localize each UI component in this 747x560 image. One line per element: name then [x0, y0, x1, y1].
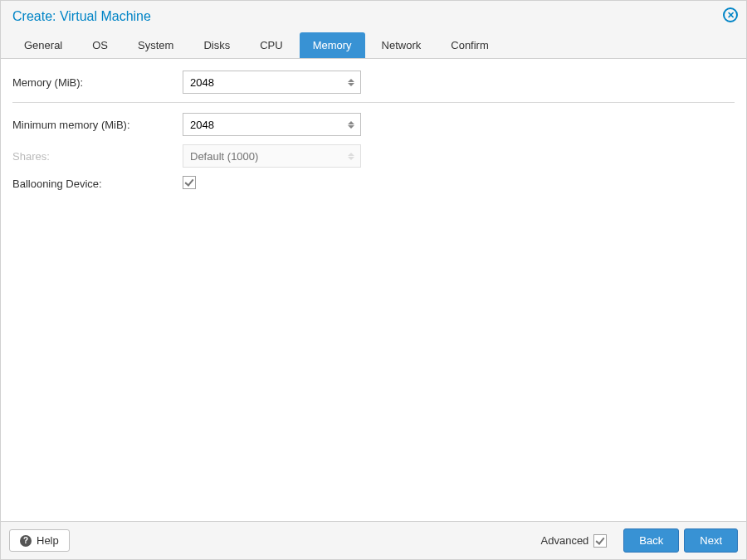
shares-input	[183, 145, 360, 167]
divider	[12, 102, 735, 103]
tab-confirm[interactable]: Confirm	[437, 32, 502, 58]
row-min-memory: Minimum memory (MiB):	[12, 113, 735, 136]
label-shares: Shares:	[12, 150, 183, 163]
tab-bar: General OS System Disks CPU Memory Netwo…	[1, 29, 746, 58]
help-button[interactable]: ? Help	[9, 529, 70, 552]
memory-spinner[interactable]	[345, 71, 357, 93]
chevron-up-icon[interactable]	[348, 121, 354, 124]
chevron-down-icon[interactable]	[348, 125, 354, 129]
label-ballooning: Ballooning Device:	[12, 178, 183, 190]
shares-spinner	[345, 145, 357, 167]
chevron-up-icon	[348, 153, 354, 156]
chevron-up-icon[interactable]	[348, 79, 354, 82]
advanced-toggle[interactable]: Advanced	[541, 534, 608, 548]
tab-os[interactable]: OS	[79, 32, 121, 58]
dialog-header: Create: Virtual Machine ✕ General OS Sys…	[1, 1, 746, 59]
label-memory: Memory (MiB):	[12, 76, 183, 89]
advanced-label: Advanced	[541, 534, 589, 547]
min-memory-spinner[interactable]	[345, 114, 357, 135]
row-memory: Memory (MiB):	[12, 71, 735, 94]
tab-memory[interactable]: Memory	[300, 32, 365, 58]
min-memory-input[interactable]	[183, 114, 360, 135]
memory-input-wrapper	[183, 71, 361, 94]
close-icon[interactable]: ✕	[723, 7, 738, 22]
row-ballooning: Ballooning Device:	[12, 176, 735, 192]
back-button[interactable]: Back	[623, 528, 679, 553]
tab-general[interactable]: General	[11, 32, 76, 58]
tab-network[interactable]: Network	[369, 32, 435, 58]
ballooning-checkbox[interactable]	[183, 176, 196, 189]
chevron-down-icon	[348, 157, 354, 160]
tab-disks[interactable]: Disks	[190, 32, 243, 58]
tab-cpu[interactable]: CPU	[247, 32, 295, 58]
shares-input-wrapper	[183, 144, 361, 168]
create-vm-dialog: Create: Virtual Machine ✕ General OS Sys…	[0, 0, 747, 560]
advanced-checkbox[interactable]	[593, 534, 607, 548]
row-shares: Shares:	[12, 144, 735, 168]
memory-input[interactable]	[183, 71, 360, 93]
help-button-label: Help	[37, 534, 59, 547]
min-memory-input-wrapper	[183, 113, 361, 136]
dialog-body: Memory (MiB): Minimum memory (MiB):	[1, 59, 746, 521]
chevron-down-icon[interactable]	[348, 83, 354, 86]
dialog-footer: ? Help Advanced Back Next	[1, 521, 746, 559]
tab-system[interactable]: System	[124, 32, 187, 58]
dialog-title: Create: Virtual Machine	[1, 1, 746, 29]
next-button[interactable]: Next	[684, 528, 738, 553]
help-icon: ?	[20, 535, 32, 547]
label-min-memory: Minimum memory (MiB):	[12, 119, 183, 131]
